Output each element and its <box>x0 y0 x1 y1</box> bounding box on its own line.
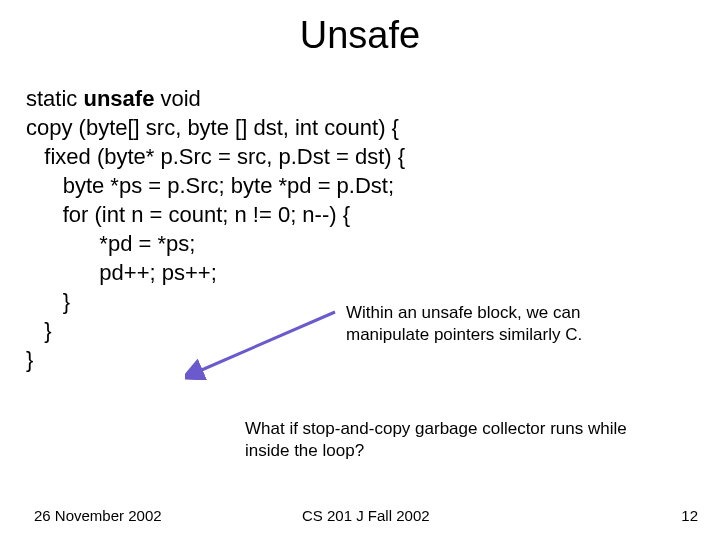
code-line-10: } <box>26 347 33 372</box>
code-line-6: *pd = *ps; <box>26 231 195 256</box>
footer-date: 26 November 2002 <box>34 507 162 524</box>
footer-page-number: 12 <box>681 507 698 524</box>
code-line-1c: void <box>161 86 201 111</box>
annotation-gc-question: What if stop-and-copy garbage collector … <box>245 418 665 462</box>
code-line-8: } <box>26 289 70 314</box>
annotation-unsafe-block: Within an unsafe block, we can manipulat… <box>346 302 626 346</box>
code-line-5: for (int n = count; n != 0; n--) { <box>26 202 350 227</box>
code-keyword-unsafe: unsafe <box>83 86 160 111</box>
code-line-1a: static <box>26 86 83 111</box>
code-line-4: byte *ps = p.Src; byte *pd = p.Dst; <box>26 173 394 198</box>
code-line-9: } <box>26 318 52 343</box>
code-line-3: fixed (byte* p.Src = src, p.Dst = dst) { <box>26 144 405 169</box>
slide-title: Unsafe <box>0 14 720 57</box>
code-line-2: copy (byte[] src, byte [] dst, int count… <box>26 115 399 140</box>
footer-course: CS 201 J Fall 2002 <box>302 507 430 524</box>
code-line-7: pd++; ps++; <box>26 260 217 285</box>
